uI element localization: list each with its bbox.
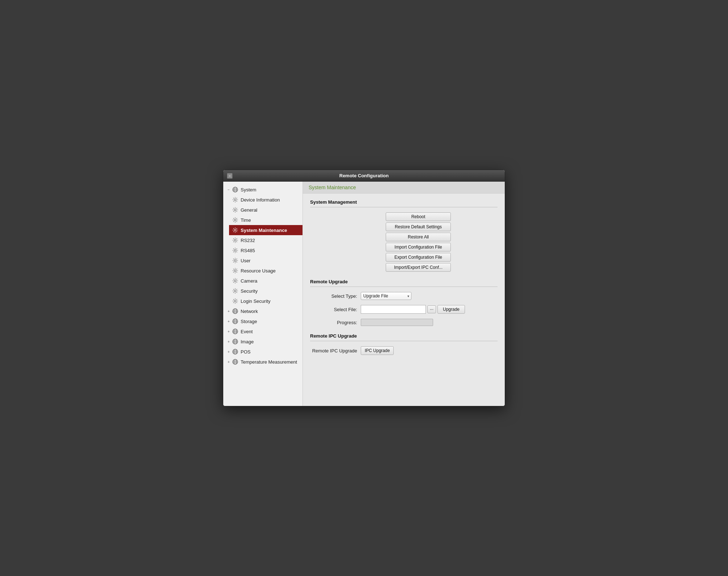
- reboot-button[interactable]: Reboot: [386, 212, 451, 221]
- sidebar-item-rs232[interactable]: RS232: [229, 235, 302, 245]
- sidebar-item-login-security[interactable]: Login Security: [229, 296, 302, 306]
- sidebar-item-rs485[interactable]: RS485: [229, 245, 302, 255]
- restore-all-button[interactable]: Restore All: [386, 233, 451, 241]
- gear-icon-system-maintenance: [232, 227, 238, 233]
- sidebar-label-storage: Storage: [241, 319, 257, 324]
- ipc-upgrade-row: Remote IPC Upgrade IPC Upgrade: [310, 346, 498, 355]
- window-title: Remote Configuration: [339, 173, 389, 178]
- close-button[interactable]: ×: [227, 173, 233, 179]
- sidebar-group-network[interactable]: + Network: [223, 306, 302, 316]
- progress-row: Progress:: [310, 319, 498, 326]
- section-header: System Maintenance: [303, 182, 505, 194]
- sidebar-item-system-maintenance[interactable]: System Maintenance: [229, 225, 302, 235]
- gear-icon-resource-usage: [232, 267, 238, 274]
- export-config-button[interactable]: Export Configuration File: [386, 253, 451, 262]
- sidebar: − System: [223, 182, 303, 406]
- gear-icon-general: [232, 207, 238, 213]
- titlebar: × Remote Configuration: [223, 170, 505, 182]
- upgrade-button[interactable]: Upgrade: [437, 305, 465, 314]
- ipc-upgrade-button[interactable]: IPC Upgrade: [361, 346, 394, 355]
- collapse-icon: −: [226, 187, 231, 192]
- gear-icon-time: [232, 217, 238, 223]
- system-label: System: [241, 187, 256, 192]
- sidebar-item-camera[interactable]: Camera: [229, 276, 302, 286]
- expand-icon-event: +: [226, 329, 231, 334]
- ipc-upgrade-control: IPC Upgrade: [361, 346, 394, 355]
- sidebar-item-user[interactable]: User: [229, 255, 302, 266]
- select-file-input[interactable]: [361, 305, 426, 314]
- sidebar-group-temperature[interactable]: + Temperature Measurement: [223, 357, 302, 367]
- event-globe-icon: [232, 328, 238, 335]
- temperature-globe-icon: [232, 359, 238, 365]
- select-type-label: Select Type:: [310, 293, 357, 299]
- select-file-label: Select File:: [310, 307, 357, 312]
- import-config-button[interactable]: Import Configuration File: [386, 243, 451, 251]
- sidebar-item-time[interactable]: Time: [229, 215, 302, 225]
- main-content: System Maintenance System Management Reb…: [303, 182, 505, 406]
- sidebar-label-camera: Camera: [241, 278, 257, 284]
- svg-point-13: [234, 280, 236, 282]
- sidebar-label-device-information: Device Information: [241, 197, 280, 203]
- progress-label: Progress:: [310, 320, 357, 325]
- ipc-upgrade-label: Remote IPC Upgrade: [310, 348, 357, 353]
- sidebar-item-device-information[interactable]: Device Information: [229, 195, 302, 205]
- sidebar-item-general[interactable]: General: [229, 205, 302, 215]
- system-management-buttons: Reboot Restore Default Settings Restore …: [310, 212, 498, 272]
- remote-upgrade-section: Remote Upgrade Select Type: Upgrade File: [310, 279, 498, 326]
- svg-point-8: [234, 229, 236, 231]
- sidebar-group-image[interactable]: + Image: [223, 336, 302, 347]
- select-file-row: Select File: ··· Upgrade: [310, 305, 498, 314]
- main-window: × Remote Configuration − System: [223, 170, 505, 406]
- sidebar-group-system[interactable]: − System: [223, 185, 302, 195]
- network-globe-icon: [232, 308, 238, 314]
- gear-icon-device: [232, 196, 238, 203]
- svg-point-15: [234, 300, 236, 302]
- sidebar-label-general: General: [241, 207, 257, 213]
- svg-point-14: [234, 290, 236, 292]
- select-type-dropdown[interactable]: Upgrade File: [361, 292, 411, 300]
- browse-button[interactable]: ···: [427, 305, 436, 313]
- sidebar-label-user: User: [241, 258, 250, 263]
- sidebar-group-event[interactable]: + Event: [223, 326, 302, 336]
- sidebar-group-pos[interactable]: + POS: [223, 347, 302, 357]
- svg-point-9: [234, 240, 236, 241]
- sidebar-label-temperature: Temperature Measurement: [241, 359, 297, 365]
- svg-point-6: [234, 209, 236, 211]
- progress-control: [361, 319, 433, 326]
- remote-ipc-upgrade-title: Remote IPC Upgrade: [310, 333, 498, 339]
- expand-icon-pos: +: [226, 349, 231, 354]
- remote-ipc-upgrade-section: Remote IPC Upgrade Remote IPC Upgrade IP…: [310, 333, 498, 355]
- gear-icon-login-security: [232, 298, 238, 304]
- svg-point-5: [234, 199, 236, 201]
- select-type-wrapper: Upgrade File: [361, 292, 411, 300]
- gear-icon-user: [232, 257, 238, 264]
- divider-system-management: [310, 207, 498, 207]
- expand-icon-network: +: [226, 309, 231, 314]
- sidebar-label-login-security: Login Security: [241, 298, 270, 304]
- svg-point-10: [234, 250, 236, 251]
- sidebar-item-resource-usage[interactable]: Resource Usage: [229, 266, 302, 276]
- divider-remote-upgrade: [310, 287, 498, 287]
- import-export-ipc-button[interactable]: Import/Export IPC Conf...: [386, 263, 451, 272]
- image-globe-icon: [232, 338, 238, 345]
- select-type-control: Upgrade File: [361, 292, 411, 300]
- select-file-control: ··· Upgrade: [361, 305, 465, 314]
- sidebar-label-time: Time: [241, 217, 251, 223]
- expand-icon-storage: +: [226, 319, 231, 324]
- svg-point-12: [234, 270, 236, 272]
- progress-bar: [361, 319, 433, 326]
- sidebar-item-security[interactable]: Security: [229, 286, 302, 296]
- sidebar-label-system-maintenance: System Maintenance: [241, 228, 287, 233]
- sidebar-group-storage[interactable]: + Storage: [223, 316, 302, 326]
- restore-default-button[interactable]: Restore Default Settings: [386, 223, 451, 231]
- sidebar-label-image: Image: [241, 339, 254, 344]
- sidebar-label-rs232: RS232: [241, 238, 255, 243]
- sidebar-label-security: Security: [241, 288, 258, 294]
- expand-icon-image: +: [226, 339, 231, 344]
- storage-globe-icon: [232, 318, 238, 325]
- system-children: Device Information General: [223, 195, 302, 306]
- sidebar-label-rs485: RS485: [241, 248, 255, 253]
- sidebar-label-pos: POS: [241, 349, 250, 355]
- system-globe-icon: [232, 186, 238, 193]
- gear-icon-rs485: [232, 247, 238, 254]
